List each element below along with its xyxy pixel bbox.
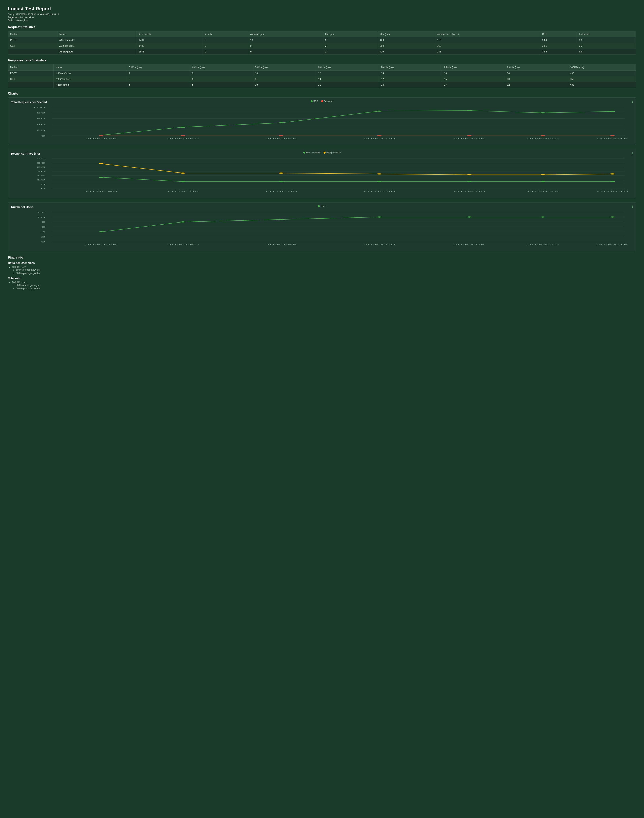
aggregated-row: Aggregated297309242613878.50.0 [8,49,636,55]
svg-text:20:52:45: 20:52:45 [85,190,117,192]
rps-chart-legend: RPS Failures/s [311,100,333,103]
col-name: Name [57,31,137,37]
users-line [101,217,612,232]
page-title: Locust Test Report [8,6,636,12]
svg-point-21 [279,123,284,123]
svg-point-67 [377,173,382,175]
svg-text:20:52:55: 20:52:55 [265,244,297,246]
svg-text:20: 20 [36,129,46,131]
failures-legend-dot [321,100,323,102]
response-stats-title: Response Time Statistics [8,59,636,62]
ratio-per-user-sub-item-1: 50.0% place_an_order [16,272,636,275]
svg-text:20:53:05: 20:53:05 [453,244,485,246]
svg-text:0: 0 [41,241,46,243]
meta-script: Script: petstore_1.py [8,19,636,21]
svg-text:5: 5 [41,183,46,185]
users-legend-dot [318,205,320,207]
rps-line [101,110,612,135]
svg-text:20:53:05: 20:53:05 [453,190,485,192]
users-legend-label: Users [320,205,327,207]
svg-point-98 [540,216,546,218]
svg-point-97 [467,216,472,218]
svg-text:60: 60 [36,118,46,119]
svg-text:10: 10 [36,179,46,181]
svg-text:20: 20 [36,170,46,172]
total-ratio-title: Total ratio [8,277,636,280]
col-max: Max (ms) [378,31,435,37]
svg-text:80: 80 [36,112,46,114]
request-stats-title: Request Statistics [8,25,636,29]
total-ratio-sub-list: 50.0% create_new_pet 50.0% place_an_orde… [16,284,636,290]
final-ratio-section: Final ratio Ratio per User class 100.0% … [8,256,636,290]
total-ratio-sub-item-1: 50.0% place_an_order [16,287,636,290]
rps-legend-label: RPS [313,100,318,103]
svg-text:20:53:00: 20:53:00 [363,190,395,192]
response-chart-container: Response Times (ms) 50th percentile 95th… [8,149,636,198]
svg-point-22 [377,110,382,112]
svg-point-59 [279,181,284,182]
total-ratio-item: 100.0% User 50.0% create_new_pet 50.0% p… [12,281,636,290]
col-rps: RPS [540,31,577,37]
rps-legend-dot [311,100,313,102]
svg-point-70 [610,173,615,175]
p50-legend-label: 50th percentile [306,152,320,154]
svg-text:25: 25 [36,166,46,168]
svg-text:20:52:45: 20:52:45 [85,138,117,140]
svg-point-95 [279,219,284,220]
table-row: POST/v3/store/order1491010342611039.40.0 [8,37,636,43]
col-avg: Average (ms) [248,31,323,37]
svg-point-24 [540,112,546,113]
p50-legend-dot [303,152,305,154]
svg-point-25 [610,111,615,112]
col-fails: # Fails [203,31,248,37]
svg-point-64 [98,163,104,164]
svg-point-62 [540,181,546,182]
svg-text:20:52:45: 20:52:45 [85,244,117,246]
col-avg-size: Average size (bytes) [435,31,540,37]
ratio-per-user-title: Ratio per User class [8,261,636,265]
svg-point-58 [181,181,186,182]
col-method: Method [8,31,57,37]
svg-text:8: 8 [41,221,46,223]
total-ratio-list: 100.0% User 50.0% create_new_pet 50.0% p… [12,281,636,290]
response-download-icon[interactable]: ⬇ [631,152,633,155]
svg-text:4: 4 [41,231,46,233]
meta-during: During: 09/08/2023, 20:52:41 - 09/08/202… [8,13,636,15]
rps-chart-svg: 100 80 60 40 20 0 20:52:45 20:52:50 20:5… [11,105,633,141]
failures-legend-item: Failures/s [321,100,333,103]
svg-point-23 [467,110,472,111]
svg-text:20:52:50: 20:52:50 [167,190,199,192]
svg-text:100: 100 [32,106,46,108]
col-failures-s: Failures/s [577,31,636,37]
ratio-per-user-sub-item-0: 50.0% create_new_pet [16,268,636,271]
svg-text:20:53:15: 20:53:15 [596,244,628,246]
response-chart-svg: 35 30 25 20 15 10 5 0 20:52:45 20:52:50 … [11,157,633,195]
users-chart-svg: 12 10 8 6 4 2 0 20:52:45 20:52:50 20:52:… [11,210,633,248]
svg-text:10: 10 [36,216,46,218]
svg-text:30: 30 [36,162,46,164]
svg-text:20:53:10: 20:53:10 [527,190,559,192]
response-stats-table: Method Name 50%ile (ms) 60%ile (ms) 70%i… [8,64,636,88]
failures-legend-label: Failures/s [324,100,333,103]
svg-point-93 [98,231,104,232]
users-download-icon[interactable]: ⬇ [631,205,633,209]
svg-point-68 [467,174,472,175]
p95-legend-label: 95th percentile [327,152,341,154]
svg-point-61 [467,181,472,182]
table-row: POST/v3/store/order891012151836430 [8,70,636,76]
svg-text:6: 6 [41,226,46,228]
col-requests: # Requests [137,31,203,37]
ratio-per-user-item: 100.0% User 50.0% create_new_pet 50.0% p… [12,266,636,275]
rps-download-icon[interactable]: ⬇ [631,100,633,104]
svg-text:20:53:15: 20:53:15 [596,190,628,192]
p50-line [101,177,612,182]
svg-text:12: 12 [36,211,46,213]
svg-text:20:53:10: 20:53:10 [527,138,559,140]
p95-legend-dot [324,152,325,154]
response-stats-header: Method Name 50%ile (ms) 60%ile (ms) 70%i… [8,64,636,70]
svg-text:20:53:00: 20:53:00 [363,138,395,140]
svg-point-94 [181,221,186,222]
svg-text:0: 0 [41,135,46,137]
svg-text:20:53:05: 20:53:05 [453,138,485,140]
svg-point-99 [610,216,615,218]
